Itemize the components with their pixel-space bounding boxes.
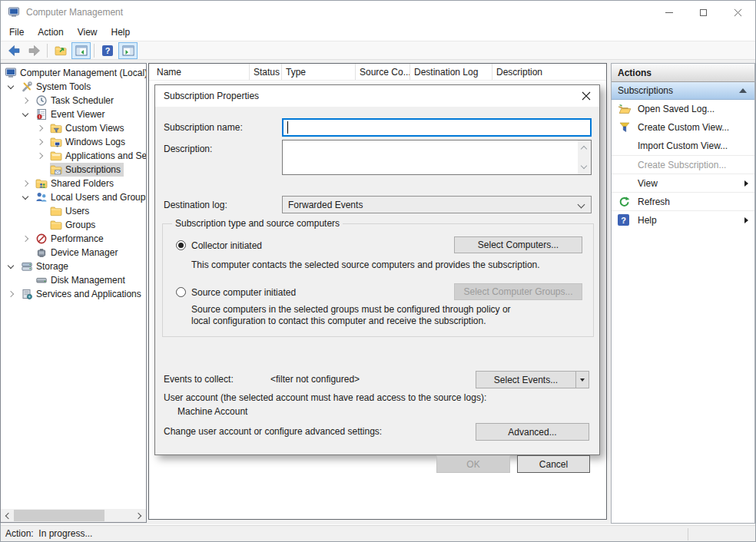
menu-help[interactable]: Help	[104, 24, 138, 41]
source-initiated-label[interactable]: Source computer initiated	[191, 287, 296, 299]
subscription-type-groupbox: Subscription type and source computers C…	[162, 223, 594, 337]
tree-item-performance[interactable]: Performance	[1, 232, 146, 246]
tree-item-custom-views[interactable]: Custom Views	[1, 121, 146, 135]
tree-item-storage[interactable]: Storage	[1, 259, 146, 273]
services-icon	[21, 288, 33, 300]
tree-item-applications-services-logs[interactable]: Applications and Services Logs	[1, 149, 146, 163]
action-create-custom-view[interactable]: Create Custom View...	[612, 118, 754, 137]
scrollbar-thumb[interactable]	[14, 510, 104, 521]
tree-item-system-tools[interactable]: System Tools	[1, 80, 146, 94]
action-help[interactable]: Help	[612, 210, 754, 229]
dialog-title-bar[interactable]: Subscription Properties	[155, 85, 599, 107]
action-open-saved-log[interactable]: Open Saved Log...	[612, 100, 754, 118]
collector-initiated-radio[interactable]	[176, 240, 186, 250]
actions-group-subscriptions[interactable]: Subscriptions	[612, 82, 754, 100]
expander[interactable]	[6, 292, 21, 296]
textarea-scrollbar[interactable]	[578, 140, 591, 174]
export-list-button[interactable]	[51, 42, 70, 59]
scroll-down-icon[interactable]	[581, 163, 587, 169]
tree-item-groups[interactable]: Groups	[1, 218, 146, 232]
scroll-right-button[interactable]	[133, 509, 146, 522]
show-console-tree-button[interactable]	[71, 42, 91, 59]
column-header-type[interactable]: Type	[282, 64, 356, 80]
expander[interactable]	[35, 126, 50, 131]
select-computers-button[interactable]: Select Computers...	[454, 236, 582, 253]
expander[interactable]	[6, 86, 21, 88]
help-button[interactable]	[98, 42, 117, 59]
device-icon	[35, 246, 48, 259]
source-initiated-radio[interactable]	[176, 287, 186, 297]
tree-item-computer-management[interactable]: Computer Management (Local)	[1, 66, 146, 80]
column-header-source-computers[interactable]: Source Co...	[356, 64, 410, 80]
menu-action[interactable]: Action	[31, 24, 70, 41]
toolbar-separator	[94, 44, 94, 58]
select-events-dropdown-button[interactable]	[575, 371, 589, 388]
window-title: Computer Management	[26, 7, 123, 18]
close-button[interactable]	[721, 1, 755, 24]
column-header-name[interactable]: Name	[149, 64, 250, 80]
collapse-up-icon[interactable]	[739, 88, 747, 93]
folder-mail-icon	[50, 164, 62, 176]
forward-button[interactable]	[25, 42, 44, 59]
folder-icon	[50, 205, 62, 217]
computer-icon	[5, 67, 17, 79]
menu-view[interactable]: View	[71, 24, 104, 41]
tree-item-disk-management[interactable]: Disk Management	[1, 273, 146, 287]
expander[interactable]	[21, 98, 35, 103]
menu-file[interactable]: File	[2, 24, 31, 41]
cancel-button[interactable]: Cancel	[517, 455, 590, 473]
tree-item-subscriptions[interactable]: Subscriptions	[1, 163, 146, 177]
expander[interactable]	[35, 140, 50, 144]
status-bar: Action: In progress...	[1, 525, 755, 541]
tree-item-services-applications[interactable]: Services and Applications	[1, 287, 146, 301]
ok-button: OK	[436, 455, 510, 473]
action-import-custom-view[interactable]: Import Custom View...	[612, 137, 754, 155]
chevron-down-icon	[22, 193, 28, 199]
scroll-left-button[interactable]	[1, 509, 14, 522]
tree-item-device-manager[interactable]: Device Manager	[1, 246, 146, 259]
column-header-description[interactable]: Description	[492, 64, 606, 80]
tree-horizontal-scrollbar[interactable]	[1, 509, 146, 522]
open-folder-icon	[618, 103, 632, 115]
column-header-destination-log[interactable]: Destination Log	[410, 64, 492, 80]
action-view[interactable]: View	[612, 174, 754, 192]
expander[interactable]	[35, 154, 50, 158]
chevron-right-icon	[37, 153, 43, 159]
advanced-button[interactable]: Advanced...	[476, 423, 589, 441]
expander[interactable]	[21, 114, 35, 116]
tree-item-users[interactable]: Users	[1, 204, 146, 218]
back-button[interactable]	[4, 42, 23, 59]
collector-initiated-label[interactable]: Collector initiated	[191, 240, 262, 252]
tree-item-local-users-groups[interactable]: Local Users and Groups	[1, 190, 146, 204]
tools-icon	[21, 81, 33, 93]
source-description-line2: local configuration to contact this comp…	[191, 316, 486, 327]
performance-icon	[35, 233, 48, 245]
expander[interactable]	[6, 266, 21, 268]
users-icon	[35, 191, 48, 203]
dropdown-arrow-icon	[580, 378, 585, 382]
select-events-button[interactable]: Select Events...	[476, 371, 575, 388]
expander[interactable]	[21, 197, 35, 199]
maximize-button[interactable]	[686, 1, 721, 24]
tree-item-event-viewer[interactable]: Event Viewer	[1, 107, 146, 121]
show-action-pane-button[interactable]	[118, 42, 138, 59]
scroll-up-icon[interactable]	[581, 146, 587, 152]
title-bar: Computer Management	[1, 1, 755, 24]
tree-item-windows-logs[interactable]: Windows Logs	[1, 135, 146, 149]
tree-item-shared-folders[interactable]: Shared Folders	[1, 177, 146, 190]
description-label: Description:	[164, 144, 212, 155]
description-textarea[interactable]	[282, 140, 592, 175]
forward-arrow-icon	[28, 45, 41, 57]
minimize-button[interactable]	[652, 1, 686, 24]
column-header-status[interactable]: Status	[250, 64, 282, 80]
submenu-arrow-icon	[744, 217, 748, 223]
dialog-close-button[interactable]	[573, 85, 599, 107]
action-refresh[interactable]: Refresh	[612, 192, 754, 210]
expander[interactable]	[21, 181, 35, 186]
maximize-icon	[700, 9, 707, 16]
actions-group-label: Subscriptions	[618, 85, 673, 96]
tree-item-task-scheduler[interactable]: Task Scheduler	[1, 94, 146, 107]
subscription-name-input[interactable]	[282, 118, 592, 137]
expander[interactable]	[21, 236, 35, 241]
destination-log-dropdown[interactable]: Forwarded Events	[282, 196, 592, 213]
